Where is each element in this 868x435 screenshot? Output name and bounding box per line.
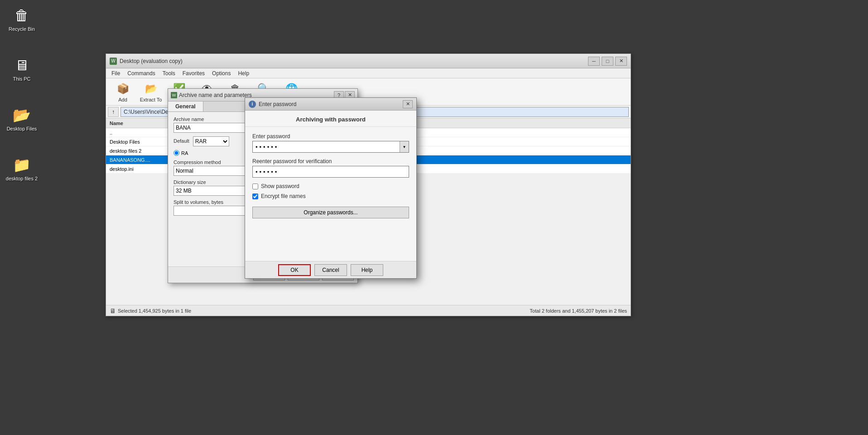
winrar-title: Desktop (evaluation copy) — [120, 58, 183, 64]
password-dialog: i Enter password ✕ Archiving with passwo… — [245, 97, 417, 279]
pwd-enter-input[interactable] — [253, 141, 400, 152]
pwd-show-password-checkbox[interactable] — [252, 184, 258, 189]
pwd-cancel-btn[interactable]: Cancel — [314, 264, 347, 276]
toolbar-add-btn[interactable]: 📦 Add — [110, 80, 136, 104]
pwd-title-text: Enter password — [259, 101, 296, 107]
radio-ra-label: RA — [181, 150, 188, 156]
pwd-reenter-label: Reenter password for verification — [252, 158, 409, 164]
pwd-close-btn[interactable]: ✕ — [403, 100, 413, 108]
pwd-content: Enter password ▼ Reenter password for ve… — [245, 127, 416, 225]
desktop-files-label: Desktop Files — [5, 126, 38, 131]
pwd-show-password-row: Show password — [252, 183, 409, 189]
menu-bar: File Commands Tools Favorites Options He… — [106, 68, 631, 78]
winrar-close-btn[interactable]: ✕ — [615, 57, 627, 66]
winrar-maximize-btn[interactable]: □ — [602, 57, 613, 66]
add-icon: 📦 — [116, 82, 130, 96]
status-bar: 🖥 Selected 1,454,925 bytes in 1 file Tot… — [106, 305, 631, 316]
winrar-titlebar: W Desktop (evaluation copy) ─ □ ✕ — [106, 54, 631, 68]
extract-icon: 📂 — [144, 82, 158, 96]
default-label: Default — [174, 138, 189, 144]
this-pc-icon[interactable]: 🖥 This PC — [4, 54, 40, 83]
archive-dialog-title: Archive name and parameters — [179, 92, 252, 98]
winrar-app-icon: W — [110, 58, 117, 65]
menu-favorites[interactable]: Favorites — [179, 69, 208, 77]
winrar-minimize-btn[interactable]: ─ — [588, 57, 600, 66]
pwd-encrypt-label: Encrypt file names — [261, 193, 306, 199]
recycle-bin-img: 🗑 — [13, 6, 31, 24]
recycle-bin-icon[interactable]: 🗑 Recycle Bin — [4, 5, 40, 34]
desktop-files-icon[interactable]: 📂 Desktop Files — [4, 104, 40, 133]
desktop: 🗑 Recycle Bin 🖥 This PC 📂 Desktop Files … — [0, 0, 868, 435]
pwd-show-password-label: Show password — [261, 183, 299, 189]
menu-file[interactable]: File — [108, 69, 124, 77]
desktop-files-img: 📂 — [13, 106, 31, 124]
pwd-encrypt-row: Encrypt file names — [252, 193, 409, 199]
pwd-title-icon: i — [249, 101, 256, 108]
this-pc-img: 🖥 — [13, 56, 31, 74]
recycle-bin-label: Recycle Bin — [5, 26, 38, 32]
pwd-subtitle: Archiving with password — [245, 111, 416, 127]
pwd-enter-label: Enter password — [252, 133, 409, 140]
add-label: Add — [118, 97, 127, 102]
menu-help[interactable]: Help — [234, 69, 253, 77]
pwd-organize-btn[interactable]: Organize passwords... — [252, 207, 409, 218]
pwd-reenter-input[interactable] — [252, 166, 409, 178]
status-right: Total 2 folders and 1,455,207 bytes in 2… — [530, 308, 627, 314]
status-left-text: Selected 1,454,925 bytes in 1 file — [118, 308, 191, 314]
desktop-files-2-icon[interactable]: 📁 desktop files 2 — [4, 154, 40, 183]
archive-dialog-title-left: W Archive name and parameters — [171, 92, 252, 98]
radio-ra-input[interactable] — [174, 150, 179, 156]
status-left: 🖥 Selected 1,454,925 bytes in 1 file — [110, 307, 191, 314]
pwd-enter-row: ▼ — [252, 141, 409, 153]
pwd-help-btn[interactable]: Help — [351, 264, 383, 276]
pwd-dropdown-btn[interactable]: ▼ — [400, 141, 409, 152]
extract-label: Extract To — [140, 97, 162, 102]
toolbar-extract-btn[interactable]: 📂 Extract To — [138, 80, 164, 104]
pwd-title-left: i Enter password — [249, 101, 296, 108]
address-up-btn[interactable]: ↑ — [108, 107, 119, 117]
winrar-titlebar-buttons: ─ □ ✕ — [588, 57, 627, 66]
pwd-titlebar: i Enter password ✕ — [245, 98, 416, 111]
desktop-files-2-label: desktop files 2 — [5, 176, 38, 181]
pwd-ok-btn[interactable]: OK — [278, 264, 311, 276]
menu-commands[interactable]: Commands — [124, 69, 159, 77]
menu-tools[interactable]: Tools — [159, 69, 179, 77]
this-pc-label: This PC — [5, 76, 38, 82]
winrar-titlebar-left: W Desktop (evaluation copy) — [110, 58, 183, 65]
menu-options[interactable]: Options — [208, 69, 234, 77]
archive-format-select[interactable]: RAR RAR4 ZIP — [193, 136, 229, 146]
pwd-footer: OK Cancel Help — [245, 261, 416, 278]
tab-general[interactable]: General — [168, 102, 203, 111]
desktop-files-2-img: 📁 — [13, 156, 31, 174]
archive-dialog-icon: W — [171, 92, 177, 98]
pwd-encrypt-checkbox[interactable] — [252, 193, 258, 199]
